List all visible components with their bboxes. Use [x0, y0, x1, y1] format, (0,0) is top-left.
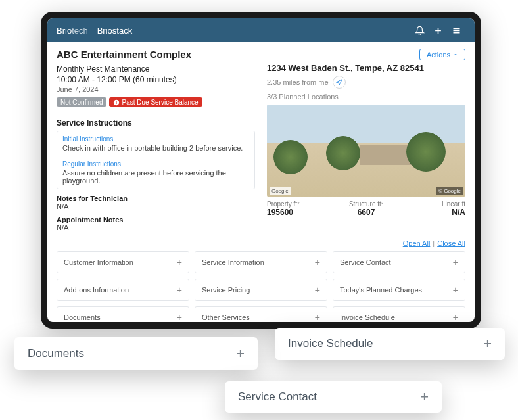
initial-instructions-label: Initial Instructions	[62, 135, 249, 143]
expand-icon: +	[315, 312, 320, 322]
open-close-toggle: Open All|Close All	[57, 239, 465, 247]
expand-icon: +	[177, 257, 182, 268]
linear-ft-value: N/A	[399, 208, 465, 217]
content-area: ABC Entertainment Complex Actions Monthl…	[47, 42, 475, 322]
actions-button[interactable]: Actions	[419, 49, 465, 60]
property-ft-label: Property ft²	[267, 200, 333, 208]
panel-service-contact[interactable]: Service Contact+	[333, 251, 465, 273]
panel-invoice-schedule[interactable]: Invoice Schedule+	[333, 306, 465, 322]
float-service-contact[interactable]: Service Contact+	[225, 381, 442, 413]
linear-ft-label: Linear ft	[399, 200, 465, 208]
customer-name: ABC Entertainment Complex	[57, 49, 191, 60]
float-documents[interactable]: Documents+	[14, 337, 258, 370]
expand-icon: +	[177, 285, 182, 295]
panel-service-info[interactable]: Service Information+	[195, 251, 327, 273]
service-date: June 7, 2024	[57, 85, 255, 93]
float-invoice-schedule[interactable]: Invoice Schedule+	[275, 328, 505, 360]
close-all-link[interactable]: Close All	[437, 239, 465, 247]
property-ft-value: 195600	[267, 208, 333, 217]
initial-instructions-text: Check in with office in portable buildin…	[62, 144, 249, 152]
service-time: 10:00 AM - 12:00 PM (60 minutes)	[57, 75, 255, 84]
service-instructions-heading: Service Instructions	[57, 114, 255, 128]
menu-icon[interactable]	[447, 21, 465, 39]
notes-technician-value: N/A	[57, 202, 255, 210]
not-confirmed-badge: Not Confirmed	[57, 97, 106, 107]
structure-ft-label: Structure ft²	[333, 200, 400, 208]
distance-text: 2.35 miles from me	[267, 78, 329, 86]
navigate-icon[interactable]	[333, 76, 346, 89]
expand-icon: +	[453, 257, 458, 268]
expand-icon: +	[177, 312, 182, 322]
appointment-notes-label: Appointment Notes	[57, 216, 255, 223]
panel-addons[interactable]: Add-ons Information+	[57, 279, 189, 301]
google-copyright: © Google	[436, 187, 463, 195]
address: 1234 West Baden St., Tempe, AZ 82541	[267, 63, 465, 73]
tablet-frame: Briotech Briostack ABC Entertainment Com…	[41, 12, 481, 329]
service-name: Monthly Pest Maintenance	[57, 64, 255, 74]
panel-pricing[interactable]: Service Pricing+	[195, 279, 327, 301]
expand-icon: +	[236, 345, 245, 362]
bell-icon[interactable]	[410, 21, 429, 39]
expand-icon: +	[453, 312, 458, 322]
panel-customer-info[interactable]: Customer Information+	[57, 251, 189, 273]
expand-icon: +	[453, 285, 458, 295]
expand-icon: +	[420, 388, 429, 406]
planned-locations: 3/3 Planned Locations	[267, 93, 465, 101]
panel-other-services[interactable]: Other Services+	[195, 306, 327, 322]
plus-icon[interactable]	[429, 21, 447, 39]
product-name: Briostack	[97, 26, 132, 35]
expand-icon: +	[315, 257, 320, 268]
regular-instructions-label: Regular Instructions	[62, 160, 249, 168]
appointment-notes-value: N/A	[57, 223, 255, 231]
structure-ft-value: 6607	[333, 208, 400, 217]
expand-icon: +	[483, 335, 492, 352]
street-view-image[interactable]: Google © Google	[267, 105, 465, 197]
expand-icon: +	[315, 285, 320, 295]
top-bar: Briotech Briostack	[47, 18, 475, 42]
google-attribution: Google	[270, 187, 291, 195]
regular-instructions-text: Assure no children are present before se…	[62, 169, 249, 185]
open-all-link[interactable]: Open All	[403, 239, 431, 247]
past-due-badge: ! Past Due Service Balance	[109, 97, 202, 107]
panel-charges[interactable]: Today's Planned Charges+	[333, 279, 465, 301]
brand-logo: Briotech	[57, 26, 88, 35]
panel-documents[interactable]: Documents+	[57, 306, 189, 322]
svg-text:!: !	[116, 100, 117, 105]
notes-technician-label: Notes for Technician	[57, 195, 255, 202]
instructions-box: Initial Instructions Check in with offic…	[57, 131, 255, 189]
